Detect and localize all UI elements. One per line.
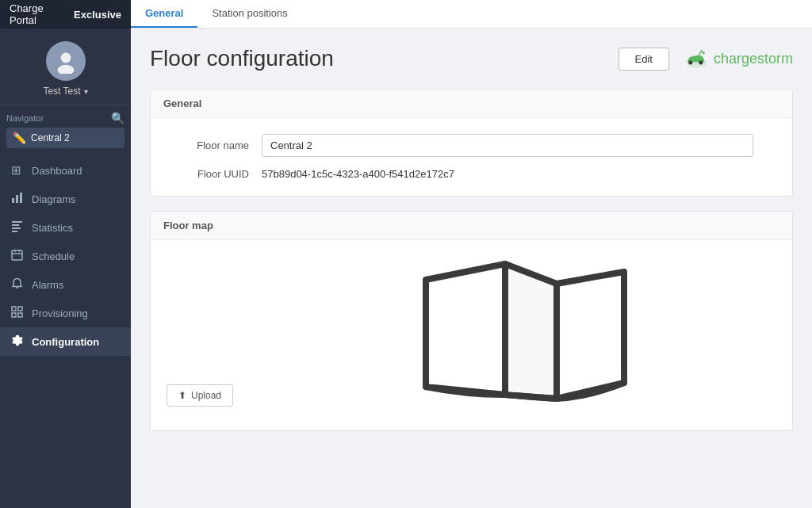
floor-map-preview	[233, 256, 776, 414]
diagrams-icon	[11, 192, 24, 206]
svg-rect-14	[12, 307, 16, 311]
floor-map-section-header: Floor map	[151, 212, 792, 240]
svg-point-20	[688, 61, 692, 65]
tab-station-positions[interactable]: Station positions	[197, 0, 301, 28]
avatar	[46, 41, 86, 81]
svg-marker-24	[505, 264, 557, 399]
svg-rect-9	[12, 250, 22, 260]
user-name-row[interactable]: Test Test ▾	[43, 86, 87, 97]
svg-rect-6	[12, 224, 19, 226]
floor-uuid-label: Floor UUID	[170, 168, 249, 180]
dashboard-icon: ⊞	[11, 163, 24, 178]
svg-rect-5	[12, 221, 22, 223]
page-title: Floor configuration	[150, 46, 334, 71]
svg-rect-3	[16, 195, 18, 203]
sidebar-item-dashboard[interactable]: ⊞ Dashboard	[0, 156, 131, 185]
svg-rect-7	[12, 227, 21, 229]
general-section: General Floor name Floor UUID 57b89d04-1…	[150, 89, 793, 197]
svg-point-21	[699, 61, 703, 65]
schedule-icon	[11, 249, 24, 263]
edit-button[interactable]: Edit	[619, 48, 669, 71]
navigator-section: Navigator 🔍 ✏️ Central 2	[0, 105, 131, 151]
sidebar-item-label: Diagrams	[32, 193, 76, 205]
floor-map-illustration	[378, 256, 632, 414]
floor-name-input[interactable]	[262, 134, 753, 157]
floor-name-label: Floor name	[170, 139, 249, 151]
search-icon[interactable]: 🔍	[111, 112, 124, 124]
tab-general[interactable]: General	[131, 0, 197, 28]
sidebar: Charge Portal Exclusive Test Test ▾ Navi…	[0, 0, 131, 508]
content-area: Floor configuration Edit charge	[131, 29, 812, 508]
chargestorm-text: chargestorm	[714, 51, 793, 67]
floor-uuid-value: 57b89d04-1c5c-4323-a400-f541d2e172c7	[262, 168, 454, 180]
floor-map-body: ⬆ Upload	[151, 240, 792, 430]
sidebar-header: Charge Portal Exclusive	[0, 0, 131, 29]
dropdown-arrow: ▾	[84, 87, 88, 96]
navigator-label: Navigator 🔍	[6, 112, 124, 124]
sidebar-item-configuration[interactable]: Configuration	[0, 327, 131, 356]
configuration-icon	[11, 334, 24, 349]
upload-button[interactable]: ⬆ Upload	[167, 384, 233, 407]
brand-bold: Exclusive	[74, 9, 121, 21]
nav-menu: ⊞ Dashboard Diagrams Statistics Schedule	[0, 151, 131, 508]
chargestorm-logo: chargestorm	[682, 44, 793, 73]
page-header: Floor configuration Edit charge	[150, 44, 793, 73]
upload-icon: ⬆	[178, 390, 186, 401]
svg-rect-4	[20, 193, 22, 203]
sidebar-item-label: Dashboard	[32, 165, 82, 177]
user-section: Test Test ▾	[0, 29, 131, 105]
provisioning-icon	[11, 306, 24, 320]
floor-name-row: Floor name	[170, 134, 773, 157]
floor-map-section: Floor map ⬆ Upload	[150, 211, 793, 431]
navigator-item-icon: ✏️	[13, 132, 26, 144]
svg-point-22	[703, 52, 705, 54]
sidebar-item-alarms[interactable]: Alarms	[0, 270, 131, 299]
sidebar-item-label: Provisioning	[32, 307, 88, 319]
navigator-item[interactable]: ✏️ Central 2	[6, 128, 124, 148]
user-icon	[53, 48, 79, 74]
brand-regular: Charge Portal	[10, 2, 64, 26]
upload-label: Upload	[191, 390, 221, 401]
svg-marker-23	[426, 264, 505, 395]
svg-point-0	[60, 53, 71, 63]
sidebar-item-label: Configuration	[32, 336, 99, 348]
navigator-item-label: Central 2	[31, 132, 70, 143]
chargestorm-icon	[682, 44, 710, 73]
sidebar-item-label: Schedule	[32, 250, 75, 262]
statistics-icon	[11, 220, 24, 235]
sidebar-item-label: Alarms	[32, 279, 63, 291]
svg-rect-16	[12, 313, 16, 317]
svg-point-1	[57, 65, 74, 74]
svg-rect-8	[12, 231, 17, 232]
general-section-header: General	[151, 90, 792, 118]
main-content: General Station positions Floor configur…	[131, 0, 812, 508]
sidebar-item-diagrams[interactable]: Diagrams	[0, 185, 131, 213]
svg-rect-17	[18, 313, 22, 317]
floor-map-left: ⬆ Upload	[167, 256, 233, 414]
general-section-body: Floor name Floor UUID 57b89d04-1c5c-4323…	[151, 118, 792, 196]
user-name-text: Test Test	[43, 86, 80, 97]
alarms-icon	[11, 277, 24, 292]
sidebar-item-provisioning[interactable]: Provisioning	[0, 299, 131, 327]
svg-rect-15	[18, 307, 22, 311]
header-right: Edit chargestorm	[619, 44, 793, 73]
svg-marker-25	[557, 272, 624, 399]
svg-rect-2	[12, 198, 14, 203]
tabs-bar: General Station positions	[131, 0, 812, 29]
sidebar-item-schedule[interactable]: Schedule	[0, 242, 131, 270]
floor-uuid-row: Floor UUID 57b89d04-1c5c-4323-a400-f541d…	[170, 168, 773, 180]
sidebar-item-label: Statistics	[32, 222, 73, 234]
sidebar-item-statistics[interactable]: Statistics	[0, 213, 131, 242]
